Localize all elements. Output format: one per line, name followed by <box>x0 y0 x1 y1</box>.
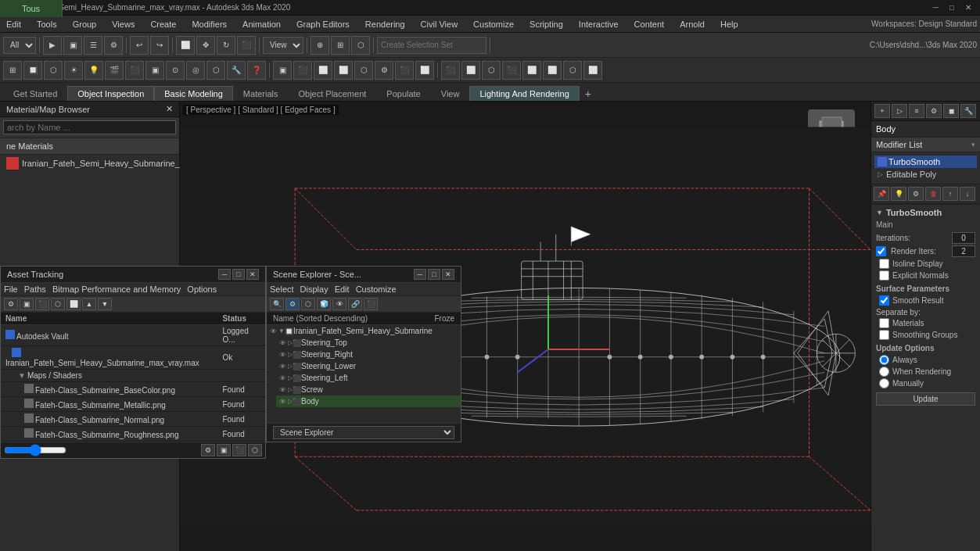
mod-editable-poly[interactable]: ▷ Editable Poly <box>874 168 977 181</box>
tb2-render4[interactable]: ⬜ <box>334 61 353 80</box>
tb2-btn3[interactable]: ⬡ <box>44 61 63 80</box>
select-obj-btn[interactable]: ⬜ <box>176 36 195 55</box>
asset-row-base-color[interactable]: Fateh-Class_Submarine_BaseColor.png Foun… <box>1 382 265 397</box>
menu-group[interactable]: Group <box>70 18 100 30</box>
tab-extra[interactable]: + <box>580 86 597 101</box>
asset-scroll[interactable] <box>4 444 66 456</box>
snap2-btn[interactable]: ⊞ <box>331 36 350 55</box>
tb2-btn6[interactable]: 🎬 <box>105 61 124 80</box>
asset-foot-btn3[interactable]: ⬛ <box>232 444 246 456</box>
tb2-btn10[interactable]: ◎ <box>186 61 205 80</box>
tab-object-inspection[interactable]: Object Inspection <box>67 86 154 101</box>
mod-up-btn[interactable]: ↑ <box>942 187 958 201</box>
tab-materials[interactable]: Materials <box>233 86 289 101</box>
select-region-btn[interactable]: ▣ <box>63 36 82 55</box>
ts-rendering-radio[interactable] <box>879 367 889 377</box>
scene-screw[interactable]: 👁 ▷ ⬛ Screw <box>276 384 461 395</box>
tb2-extra7[interactable]: ⬡ <box>563 61 582 80</box>
scene-menu-display[interactable]: Display <box>300 284 328 294</box>
tb2-render1[interactable]: ▣ <box>273 61 292 80</box>
mod-configure-btn[interactable]: ⚙ <box>908 187 924 201</box>
asset-row-metallic[interactable]: Fateh-Class_Submarine_Metallic.png Found <box>1 397 265 412</box>
tb2-btn11[interactable]: ⬡ <box>206 61 225 80</box>
tb2-render6[interactable]: ⚙ <box>375 61 393 80</box>
selection-set-input[interactable] <box>377 37 486 54</box>
ts-iter-input[interactable] <box>952 232 975 244</box>
scene-steering-left[interactable]: 👁 ▷ ⬛ Steering_Left <box>276 372 461 384</box>
scene-search-btn[interactable]: 🔍 <box>270 298 284 310</box>
asset-tb-btn7[interactable]: ▼ <box>98 298 112 310</box>
ts-explicit-check[interactable] <box>879 270 889 281</box>
tb2-btn1[interactable]: ⊞ <box>3 61 22 80</box>
scene-expand-root[interactable]: ▼ <box>278 327 285 335</box>
tb2-btn4[interactable]: ☀ <box>64 61 83 80</box>
ts-smooth-check[interactable] <box>879 295 889 306</box>
asset-minimize-btn[interactable]: ─ <box>218 269 231 280</box>
scene-steering-lower[interactable]: 👁 ▷ ⬛ Steering_Lower <box>276 360 461 372</box>
asset-row-roughness[interactable]: Fateh-Class_Submarine_Roughness.png Foun… <box>1 427 265 442</box>
tb2-render8[interactable]: ⬜ <box>415 61 434 80</box>
scene-tb3[interactable]: ⬡ <box>301 298 315 310</box>
scene-maximize-btn[interactable]: □ <box>428 269 440 280</box>
asset-tb-btn1[interactable]: ⚙ <box>4 298 18 310</box>
rp-display-btn[interactable]: ◼ <box>943 104 959 118</box>
minimize-button[interactable]: ─ <box>931 3 941 12</box>
snap-btn[interactable]: ⊕ <box>311 36 329 55</box>
tous-tab[interactable]: Tous <box>0 0 63 17</box>
undo-btn[interactable]: ↩ <box>130 36 149 55</box>
scene-freeze-btn[interactable]: 🧊 <box>317 298 331 310</box>
tb2-extra3[interactable]: ⬡ <box>482 61 501 80</box>
asset-menu-bitmap[interactable]: Bitmap Performance and Memory <box>52 284 181 294</box>
asset-foot-btn2[interactable]: ▣ <box>217 444 231 456</box>
scene-steering-right[interactable]: 👁 ▷ ⬛ Steering_Right <box>276 349 461 360</box>
scene-steering-top[interactable]: 👁 ▷ ⬛ Steering_Top <box>276 337 461 349</box>
select-name-btn[interactable]: ☰ <box>84 36 102 55</box>
mod-turbosmooth[interactable]: TurboSmooth <box>874 156 977 168</box>
asset-tb-btn3[interactable]: ⬛ <box>35 298 49 310</box>
ts-update-btn[interactable]: Update <box>876 392 975 406</box>
tb2-render7[interactable]: ⬛ <box>395 61 414 80</box>
scene-menu-edit[interactable]: Edit <box>335 284 350 294</box>
maximize-button[interactable]: □ <box>947 3 957 12</box>
asset-menu-file[interactable]: File <box>4 284 18 294</box>
ts-render-iter-check[interactable] <box>876 246 886 256</box>
select-filter-btn[interactable]: ⚙ <box>104 36 123 55</box>
all-dropdown[interactable]: All <box>3 37 36 54</box>
menu-customize[interactable]: Customize <box>470 18 517 30</box>
ts-manually-radio[interactable] <box>879 378 889 388</box>
tab-lighting-rendering[interactable]: Lighting And Rendering <box>469 86 579 101</box>
ts-always-radio[interactable] <box>879 355 889 365</box>
asset-tb-btn5[interactable]: ⬜ <box>66 298 81 310</box>
rp-hierarchy-btn[interactable]: ≡ <box>909 104 924 118</box>
rp-utilities-btn[interactable]: 🔧 <box>960 104 976 118</box>
tb2-extra8[interactable]: ⬜ <box>583 61 602 80</box>
tb2-extra6[interactable]: ⬜ <box>543 61 562 80</box>
menu-civil-view[interactable]: Civil View <box>418 18 461 30</box>
menu-tools[interactable]: Tools <box>34 18 60 30</box>
scene-menu-select[interactable]: Select <box>270 284 294 294</box>
menu-edit[interactable]: Edit <box>3 18 24 30</box>
tb2-btn13[interactable]: ❓ <box>247 61 266 80</box>
menu-content[interactable]: Content <box>631 18 668 30</box>
rotate-btn[interactable]: ↻ <box>217 36 235 55</box>
asset-row-vault[interactable]: Autodesk Vault Logged O... <box>1 325 265 346</box>
asset-tb-btn4[interactable]: ⬡ <box>51 298 65 310</box>
menu-views[interactable]: Views <box>109 18 138 30</box>
menu-graph-editors[interactable]: Graph Editors <box>293 18 353 30</box>
rp-new-btn[interactable]: + <box>874 104 890 118</box>
view-dropdown[interactable]: View <box>263 37 303 54</box>
menu-interactive[interactable]: Interactive <box>576 18 622 30</box>
ts-smooth-groups-check[interactable] <box>879 330 889 340</box>
mat-browser-close[interactable]: ✕ <box>166 104 173 114</box>
select-btn[interactable]: ▶ <box>43 36 62 55</box>
mat-search-input[interactable] <box>3 120 176 134</box>
tb2-btn7[interactable]: ⬛ <box>125 61 144 80</box>
menu-arnold[interactable]: Arnold <box>677 18 708 30</box>
menu-animation[interactable]: Animation <box>239 18 284 30</box>
asset-row-main-file[interactable]: Iranian_Fateh_Semi_Heavy_Submarine_max_v… <box>1 346 265 370</box>
scene-filter-btn[interactable]: ⚙ <box>285 298 300 310</box>
mod-highlight-btn[interactable]: 💡 <box>891 187 906 201</box>
scene-root-obj[interactable]: 👁 ▼ 🔲 Iranian_Fateh_Semi_Heavy_Submarine <box>267 325 461 337</box>
scene-hide-btn[interactable]: 👁 <box>332 298 346 310</box>
asset-maximize-btn[interactable]: □ <box>232 269 245 280</box>
